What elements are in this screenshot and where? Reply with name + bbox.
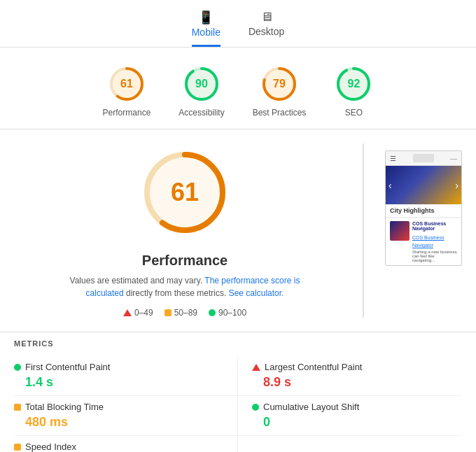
right-panel: ☰ — ‹ › City Highlights COS Business Nav… bbox=[385, 150, 462, 318]
metric-fcp-header: First Contentful Paint bbox=[14, 362, 223, 372]
metrics-grid: First Contentful Paint 1.4 s Largest Con… bbox=[14, 356, 462, 452]
mock-city-highlights: City Highlights bbox=[386, 204, 461, 218]
metric-tbt-header: Total Blocking Time bbox=[14, 402, 223, 412]
desc-text: Values are estimated and may vary. bbox=[70, 276, 205, 285]
mock-card-content: COS Business Navigator COS Business Navi… bbox=[412, 221, 457, 262]
score-accessibility-label: Accessibility bbox=[178, 108, 224, 118]
score-performance-value: 61 bbox=[120, 78, 133, 90]
mock-toolbar: ☰ — bbox=[386, 151, 461, 166]
metric-lcp-icon bbox=[252, 364, 260, 371]
performance-title: Performance bbox=[142, 253, 227, 269]
metric-fcp-icon bbox=[14, 364, 21, 371]
score-best-practices-value: 79 bbox=[273, 78, 286, 90]
desc-link2[interactable]: See calculator. bbox=[229, 288, 284, 298]
left-panel: 61 Performance Values are estimated and … bbox=[14, 143, 356, 318]
tab-bar: 📱 Mobile 🖥 Desktop bbox=[0, 0, 476, 48]
mock-card-link-wrap: COS Business Navigator bbox=[412, 233, 457, 248]
metric-tbt-value: 480 ms bbox=[25, 415, 223, 430]
desc-mid: directly from these metrics. bbox=[126, 288, 229, 298]
legend-orange: 50–89 bbox=[164, 308, 197, 318]
tab-desktop-label: Desktop bbox=[248, 26, 284, 37]
metric-lcp-header: Largest Contentful Paint bbox=[252, 362, 462, 372]
legend-orange-label: 50–89 bbox=[174, 308, 197, 318]
metric-empty bbox=[238, 436, 462, 452]
orange-square-icon bbox=[164, 309, 172, 316]
score-accessibility[interactable]: 90 Accessibility bbox=[178, 64, 224, 118]
metric-lcp: Largest Contentful Paint 8.9 s bbox=[238, 356, 462, 396]
metric-cls-icon bbox=[252, 404, 259, 411]
metric-lcp-value: 8.9 s bbox=[263, 375, 462, 390]
metrics-section: METRICS First Contentful Paint 1.4 s Lar… bbox=[0, 332, 476, 452]
metric-cls-header: Cumulative Layout Shift bbox=[252, 402, 462, 412]
mock-toolbar-icons: ☰ bbox=[390, 155, 396, 162]
metric-cls: Cumulative Layout Shift 0 bbox=[238, 396, 462, 436]
mock-card: COS Business Navigator COS Business Navi… bbox=[386, 218, 461, 265]
metric-lcp-name: Largest Contentful Paint bbox=[265, 362, 362, 372]
large-performance-circle: 61 bbox=[136, 143, 234, 241]
mock-card-footer-text: Starting a new business can feel like na… bbox=[412, 250, 457, 262]
metrics-label: METRICS bbox=[14, 339, 462, 348]
desktop-icon: 🖥 bbox=[260, 10, 273, 24]
mobile-icon: 📱 bbox=[198, 10, 214, 25]
metric-tbt-icon bbox=[14, 404, 21, 411]
vertical-divider bbox=[363, 143, 364, 318]
tab-desktop[interactable]: 🖥 Desktop bbox=[248, 10, 284, 47]
score-seo-label: SEO bbox=[345, 108, 363, 118]
red-triangle-icon bbox=[123, 309, 132, 316]
large-score-value: 61 bbox=[171, 178, 199, 207]
legend-green: 90–100 bbox=[209, 308, 246, 318]
metric-si: Speed Index 4.3 s bbox=[14, 436, 238, 452]
metric-si-icon bbox=[14, 444, 21, 451]
metric-si-name: Speed Index bbox=[25, 442, 76, 452]
slider-next-icon[interactable]: › bbox=[455, 180, 458, 191]
metric-fcp: First Contentful Paint 1.4 s bbox=[14, 356, 238, 396]
score-accessibility-value: 90 bbox=[195, 78, 208, 90]
mock-logo bbox=[413, 154, 434, 162]
score-performance[interactable]: 61 Performance bbox=[103, 64, 151, 118]
legend-green-label: 90–100 bbox=[218, 308, 246, 318]
tab-mobile[interactable]: 📱 Mobile bbox=[192, 10, 220, 47]
score-best-practices[interactable]: 79 Best Practices bbox=[253, 64, 307, 118]
green-circle-icon bbox=[209, 309, 216, 316]
score-performance-label: Performance bbox=[103, 108, 151, 118]
slider-prev-icon[interactable]: ‹ bbox=[388, 180, 392, 191]
legend: 0–49 50–89 90–100 bbox=[123, 308, 246, 318]
performance-desc: Values are estimated and may vary. The p… bbox=[59, 274, 311, 299]
hamburger-icon: ☰ bbox=[390, 155, 396, 162]
metric-tbt: Total Blocking Time 480 ms bbox=[14, 396, 238, 436]
metric-si-header: Speed Index bbox=[14, 442, 223, 452]
scores-row: 61 Performance 90 Accessibility 79 Best … bbox=[0, 48, 476, 129]
metric-fcp-value: 1.4 s bbox=[25, 375, 223, 390]
mock-image-slider: ‹ › bbox=[386, 166, 461, 204]
score-seo[interactable]: 92 SEO bbox=[334, 64, 373, 118]
metric-fcp-name: First Contentful Paint bbox=[25, 362, 110, 372]
mock-card-title: COS Business Navigator bbox=[412, 221, 457, 231]
score-best-practices-label: Best Practices bbox=[253, 108, 307, 118]
metric-tbt-name: Total Blocking Time bbox=[25, 402, 104, 412]
score-seo-value: 92 bbox=[347, 78, 360, 90]
legend-red: 0–49 bbox=[123, 308, 153, 318]
mock-close-icon: — bbox=[450, 155, 457, 162]
metric-cls-value: 0 bbox=[263, 415, 462, 430]
legend-red-label: 0–49 bbox=[134, 308, 153, 318]
main-content: 61 Performance Values are estimated and … bbox=[0, 129, 476, 325]
mock-browser: ☰ — ‹ › City Highlights COS Business Nav… bbox=[385, 150, 462, 266]
tab-mobile-label: Mobile bbox=[192, 27, 220, 38]
metric-cls-name: Cumulative Layout Shift bbox=[263, 402, 359, 412]
mock-card-logo bbox=[390, 221, 410, 241]
mock-card-link[interactable]: COS Business Navigator bbox=[412, 235, 444, 248]
